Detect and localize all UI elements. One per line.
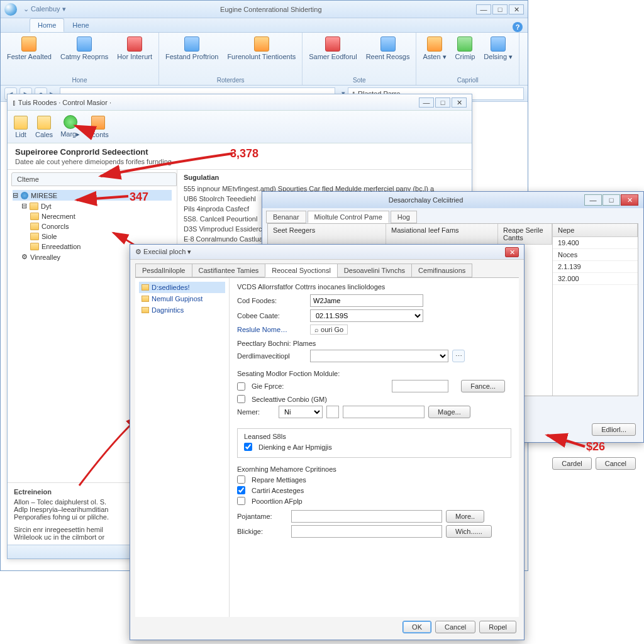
dlg-form: VCDS Allorrsfatfor Cottrrs inocanes linc…: [230, 278, 519, 617]
left-tab[interactable]: Clteme: [11, 172, 177, 186]
mage-button[interactable]: Mage...: [428, 406, 470, 418]
rib-catmy[interactable]: Catmy Reoprns: [58, 35, 111, 75]
nemer-num[interactable]: [326, 406, 339, 418]
ribbon-tabs: Home Hene: [1, 18, 528, 33]
wich-button[interactable]: Wich......: [446, 525, 492, 538]
aux-side-head[interactable]: Nepe: [553, 224, 638, 236]
tree-dyt[interactable]: ⊟Dyt: [13, 201, 172, 211]
aux-val-2: 2.1.139: [553, 261, 586, 272]
tb-lidt[interactable]: Lidt: [14, 116, 28, 138]
app-orb-icon[interactable]: [4, 3, 17, 16]
tree-conorcls[interactable]: Conorcls: [13, 221, 172, 231]
aux-val-1: Noces: [553, 249, 582, 260]
cartiri-check[interactable]: [237, 486, 245, 494]
gie-fprce-input[interactable]: [392, 380, 448, 392]
secleattive-check[interactable]: [237, 395, 245, 403]
dienking-check[interactable]: [244, 443, 252, 451]
child-titlebar: ⫿ Tuis Roodes · Control Masior · — □ ✕: [8, 94, 472, 111]
tb-marg[interactable]: Marg▸: [60, 115, 80, 138]
child-sub: Datee ale cout yehere dimeiopends forife…: [15, 158, 464, 165]
rib-fester[interactable]: Fester Aealted: [4, 35, 54, 75]
dlg-tab-2[interactable]: Reoceal Syoctionsl: [265, 264, 338, 277]
dlg-side-0[interactable]: D:sedliedes!: [139, 282, 225, 293]
window-title: Eugine Contenrational Shiderting: [66, 6, 476, 13]
pooortlion-check[interactable]: [237, 497, 245, 505]
main-titlebar: ⌄ Calenbuy ▾ Eugine Contenrational Shide…: [1, 1, 528, 18]
nemer-select[interactable]: Ni: [279, 406, 323, 418]
tree-nerecment[interactable]: Nerecment: [13, 211, 172, 221]
aux-close[interactable]: ✕: [621, 194, 638, 206]
aux-col-0[interactable]: Seet Reegers: [268, 224, 386, 244]
cod-foodes-input[interactable]: [310, 294, 423, 307]
dlg-side-1[interactable]: Nemull Gupjnost: [139, 293, 225, 304]
tab-hene[interactable]: Hene: [64, 18, 97, 32]
derdim-browse-icon[interactable]: ⋯: [452, 350, 465, 362]
child-heading: Supeiroree Conprorld Sedeectiont: [15, 147, 464, 157]
maximize-button[interactable]: □: [492, 4, 508, 14]
rib-asten[interactable]: Asten ▾: [420, 35, 448, 75]
cobe-caate-select[interactable]: 02.11.S9S: [310, 309, 423, 322]
more-button[interactable]: More..: [446, 510, 484, 523]
aux-edit-button[interactable]: Edliorl...: [592, 423, 636, 436]
properties-dialog: ⚙ Execiial ploch ▾ ✕ PesdalInilople Cast…: [130, 244, 525, 640]
dlg-sidebar: D:sedliedes! Nemull Gupjnost Dagnintics: [135, 278, 230, 617]
child-min[interactable]: —: [419, 97, 434, 108]
rib-samer[interactable]: Samer Eodforul: [306, 35, 359, 75]
child-title: ⫿ Tuis Roodes · Control Masior ·: [13, 99, 111, 106]
rib-festand[interactable]: Festand Proftrion: [163, 35, 221, 75]
close-button[interactable]: ✕: [509, 4, 524, 14]
child-max[interactable]: □: [435, 97, 450, 108]
ropel-button[interactable]: Ropel: [479, 621, 516, 633]
ribbon: Fester Aealted Catmy Reoprns Hor Interur…: [1, 33, 528, 86]
reslule-chip[interactable]: ⌕ ouri Go: [310, 325, 348, 335]
child-close[interactable]: ✕: [452, 97, 467, 108]
pojantame-input[interactable]: [291, 510, 442, 523]
rib-hor[interactable]: Hor Interurt: [114, 35, 155, 75]
tab-home[interactable]: Home: [30, 18, 64, 32]
help-icon[interactable]: ?: [513, 22, 523, 32]
tree-mirese[interactable]: ⊟MIRESE: [13, 190, 172, 201]
rib-crimip[interactable]: Crimip: [453, 35, 478, 75]
dlg-titlebar: ⚙ Execiial ploch ▾ ✕: [130, 245, 524, 260]
dlg-tab-1[interactable]: Castifiantee Tamies: [192, 264, 266, 277]
aux-col-1[interactable]: Masiational Ieef Fams: [386, 224, 498, 244]
dlg-tab-0[interactable]: PesdalInilople: [135, 264, 192, 277]
aux-cardel-button[interactable]: Cardel: [552, 457, 591, 470]
minimize-button[interactable]: —: [476, 4, 491, 14]
aux-val-0: 19.400: [553, 237, 584, 248]
blickige-input[interactable]: [291, 525, 442, 538]
rib-delsing[interactable]: Delsing ▾: [481, 35, 515, 75]
aux-val-3: 32.000: [553, 273, 584, 284]
child-toolbar: Lidt Cales Marg▸ Sconts: [8, 111, 472, 143]
repare-check[interactable]: [237, 475, 245, 484]
tb-cales[interactable]: Cales: [35, 116, 53, 138]
dlg-header-text: VCDS Allorrsfatfor Cottrrs inocanes linc…: [237, 283, 511, 291]
dlg-tab-3[interactable]: Desoavelini Tivnchs: [337, 264, 412, 277]
fance-button[interactable]: Fance...: [461, 380, 505, 392]
derdim-select[interactable]: [310, 350, 448, 362]
reslule-link[interactable]: Reslule Nome…: [237, 326, 306, 333]
rib-reent[interactable]: Reent Reosgs: [364, 35, 413, 75]
aux-tab-0[interactable]: Benanar: [266, 211, 306, 223]
quick-access[interactable]: ⌄ Calenbuy ▾: [23, 5, 66, 13]
tree-siole[interactable]: Siole: [13, 231, 172, 242]
dlg-tab-4[interactable]: Cemifinausions: [411, 264, 472, 277]
aux-min[interactable]: —: [584, 194, 602, 206]
gie-fprce-check[interactable]: [237, 382, 245, 391]
ok-button[interactable]: OK: [402, 621, 431, 633]
aux-tab-1[interactable]: Mioltule Control Pame: [308, 211, 389, 223]
aux-titlebar: Desaorchalay Celciitried — □ ✕: [262, 192, 643, 208]
dlg-side-2[interactable]: Dagnintics: [139, 304, 225, 316]
aux-cancel-button[interactable]: Cancel: [596, 457, 636, 470]
aux-max[interactable]: □: [602, 194, 620, 206]
tb-sconts[interactable]: Sconts: [87, 116, 109, 138]
aux-col-2[interactable]: Reape Serile Cantts: [498, 224, 552, 244]
dlg-close-icon[interactable]: ✕: [505, 247, 519, 257]
rib-furenolunt[interactable]: Furenolunt Tientioents: [225, 35, 298, 75]
aux-tab-2[interactable]: Hog: [391, 211, 417, 223]
cancel-button[interactable]: Cancel: [435, 621, 475, 633]
nemer-text[interactable]: [343, 406, 425, 418]
